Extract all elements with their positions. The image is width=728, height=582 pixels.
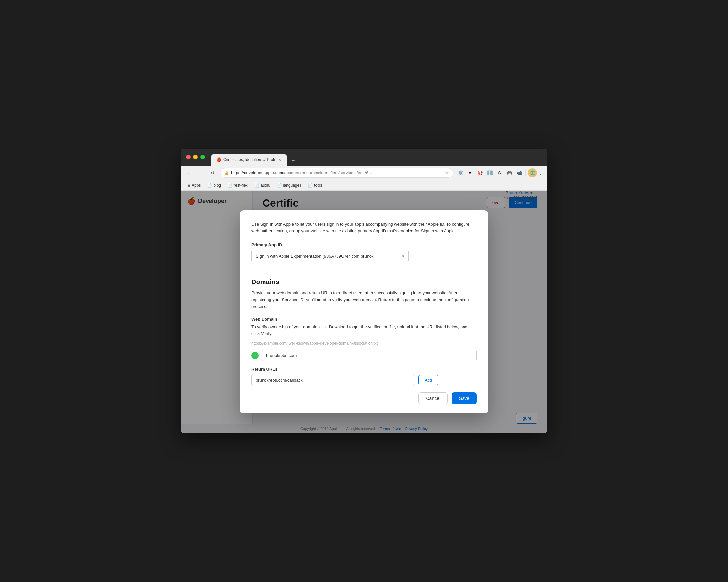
new-tab-button[interactable]: + xyxy=(289,156,297,166)
blog-folder-icon: 📄 xyxy=(207,183,212,188)
url-text: https://developer.apple.com/account/reso… xyxy=(231,170,443,175)
tools-folder-icon: 📄 xyxy=(308,183,313,188)
modal-dialog: Use Sign In with Apple to let your users… xyxy=(240,210,488,414)
bookmark-languages[interactable]: 📄 languages xyxy=(274,182,304,189)
bookmark-apps[interactable]: ⊞ Apps xyxy=(185,182,203,189)
primary-app-id-label: Primary App ID xyxy=(252,242,476,247)
auth0-folder-icon: 📄 xyxy=(254,183,259,188)
ext-s-icon[interactable]: S xyxy=(495,168,504,177)
domains-section-title: Domains xyxy=(252,278,476,286)
web-domain-placeholder-url: https://example.com/.well-known/apple-de… xyxy=(252,341,476,346)
add-button[interactable]: Add xyxy=(418,375,438,385)
address-bar[interactable]: 🔒 https://developer.apple.com/account/re… xyxy=(220,168,453,178)
minimize-button[interactable] xyxy=(193,155,198,159)
bookmark-tools-label: tools xyxy=(314,183,322,188)
domains-section-desc: Provide your web domain and return URLs … xyxy=(252,290,476,310)
back-button[interactable]: ← xyxy=(185,168,194,178)
bookmark-apps-label: Apps xyxy=(192,183,201,188)
modal-footer: Cancel Save xyxy=(252,393,476,404)
back-icon: ← xyxy=(187,170,191,176)
domain-row: ✓ xyxy=(252,350,476,361)
close-button[interactable] xyxy=(186,155,190,159)
ext-target-icon[interactable]: 🎯 xyxy=(476,168,484,177)
domain-verified-icon: ✓ xyxy=(252,352,259,359)
ext-game-icon[interactable]: 🎮 xyxy=(505,168,514,177)
domain-input[interactable] xyxy=(262,350,476,361)
ext-info-icon[interactable]: ℹ️ xyxy=(486,168,494,177)
lock-icon: 🔒 xyxy=(224,170,229,175)
bookmarks-bar: ⊞ Apps 📄 blog 📄 rest-flex 📄 auth0 📄 lang… xyxy=(181,180,547,190)
bookmark-auth0[interactable]: 📄 auth0 xyxy=(252,182,273,189)
browser-menu-icon[interactable]: ⋮ xyxy=(538,169,543,176)
forward-icon: → xyxy=(199,170,203,176)
extensions-divider xyxy=(525,169,526,176)
nav-extensions: ⚙️ ▼ 🎯 ℹ️ S 🎮 📹 🌐 ⋮ xyxy=(456,168,543,178)
ext-down-icon[interactable]: ▼ xyxy=(466,168,474,177)
web-domain-desc: To verify ownership of your domain, clic… xyxy=(252,324,476,338)
select-chevron-down-icon: ▾ xyxy=(402,254,404,259)
save-button[interactable]: Save xyxy=(452,393,476,404)
return-url-row: Add xyxy=(252,374,476,386)
bookmark-tools[interactable]: 📄 tools xyxy=(305,182,325,189)
traffic-lights xyxy=(186,155,205,159)
primary-app-id-select[interactable]: Sign In with Apple Experimentation (936A… xyxy=(252,250,409,262)
maximize-button[interactable] xyxy=(200,155,205,159)
forward-button[interactable]: → xyxy=(197,168,206,178)
url-path: /account/resources/identifiers/serviceId… xyxy=(283,170,372,175)
tab-close-button[interactable]: ✕ xyxy=(277,157,282,162)
bookmark-blog-label: blog xyxy=(213,183,221,188)
bookmark-rest-flex-label: rest-flex xyxy=(234,183,248,188)
return-urls-label: Return URLs xyxy=(252,367,476,372)
bookmark-star-icon[interactable]: ☆ xyxy=(445,170,449,176)
bookmark-blog[interactable]: 📄 blog xyxy=(205,182,224,189)
web-domain-label: Web Domain xyxy=(252,317,476,322)
languages-folder-icon: 📄 xyxy=(277,183,282,188)
modal-section-divider xyxy=(252,270,476,270)
title-bar: 🍎 Certificates, Identifiers & Profi ✕ + xyxy=(181,149,547,166)
tab-favicon: 🍎 xyxy=(216,157,221,162)
bookmark-auth0-label: auth0 xyxy=(261,183,270,188)
active-tab[interactable]: 🍎 Certificates, Identifiers & Profi ✕ xyxy=(211,154,287,166)
tab-bar: 🍎 Certificates, Identifiers & Profi ✕ + xyxy=(211,149,542,166)
reload-button[interactable]: ↺ xyxy=(208,168,217,178)
profile-icon[interactable]: 🌐 xyxy=(528,168,537,178)
reload-icon: ↺ xyxy=(211,170,215,176)
ext-video-icon[interactable]: 📹 xyxy=(515,168,523,177)
cancel-button[interactable]: Cancel xyxy=(418,393,448,404)
modal-intro-text: Use Sign In with Apple to let your users… xyxy=(252,221,476,235)
bookmark-languages-label: languages xyxy=(283,183,301,188)
bookmark-rest-flex[interactable]: 📄 rest-flex xyxy=(225,182,251,189)
tab-title: Certificates, Identifiers & Profi xyxy=(223,157,275,162)
browser-window: 🍎 Certificates, Identifiers & Profi ✕ + … xyxy=(181,149,547,433)
page-content: 🍎 Developer Certific ‹ All Identifiers E… xyxy=(181,190,547,433)
ext-settings-icon[interactable]: ⚙️ xyxy=(456,168,465,177)
modal-overlay: Use Sign In with Apple to let your users… xyxy=(181,190,547,433)
primary-app-id-value: Sign In with Apple Experimentation (936A… xyxy=(256,254,402,259)
url-domain: https://developer.apple.com xyxy=(231,170,283,175)
apps-grid-icon: ⊞ xyxy=(187,183,190,188)
rest-flex-folder-icon: 📄 xyxy=(228,183,232,188)
return-url-input[interactable] xyxy=(252,374,415,386)
nav-bar: ← → ↺ 🔒 https://developer.apple.com/acco… xyxy=(181,166,547,180)
